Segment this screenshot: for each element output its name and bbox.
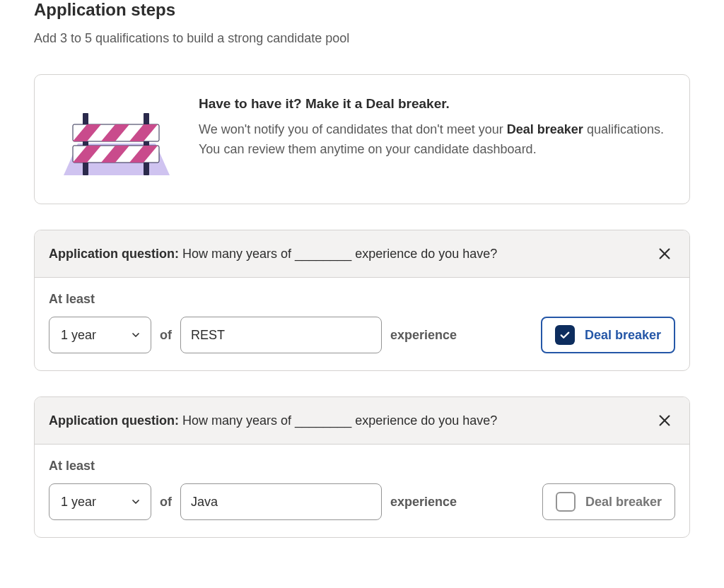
duration-select[interactable]: 1 year (49, 317, 151, 353)
question-card: Application question: How many years of … (34, 230, 690, 371)
info-heading: Have to have it? Make it a Deal breaker. (199, 96, 664, 112)
question-label-prefix: Application question: (49, 413, 179, 428)
barrier-illustration (60, 105, 173, 182)
info-body-pre: We won't notify you of candidates that d… (199, 122, 507, 136)
duration-select[interactable]: 1 year (49, 483, 151, 520)
question-card: Application question: How many years of … (34, 396, 690, 538)
page-subtitle: Add 3 to 5 qualifications to build a str… (34, 31, 690, 46)
question-label-text: How many years of ________ experience do… (179, 413, 497, 428)
checkbox-unchecked-icon (556, 492, 576, 512)
of-label: of (160, 328, 172, 343)
skill-input[interactable] (180, 317, 382, 353)
question-header: Application question: How many years of … (35, 397, 689, 445)
question-body: At least 1 year of experience Deal break… (35, 278, 689, 370)
question-title: Application question: How many years of … (49, 413, 497, 428)
checkbox-checked-icon (555, 325, 575, 345)
deal-breaker-toggle[interactable]: Deal breaker (541, 317, 675, 353)
question-header: Application question: How many years of … (35, 230, 689, 278)
page-title: Application steps (34, 0, 690, 20)
svg-rect-2 (144, 113, 149, 175)
question-label-prefix: Application question: (49, 247, 179, 261)
deal-breaker-label: Deal breaker (585, 495, 662, 510)
skill-input[interactable] (180, 483, 382, 520)
deal-breaker-toggle[interactable]: Deal breaker (542, 483, 675, 520)
remove-question-button[interactable] (654, 243, 675, 264)
info-body: We won't notify you of candidates that d… (199, 120, 664, 160)
question-label-text: How many years of ________ experience do… (179, 247, 497, 261)
svg-rect-1 (83, 113, 88, 175)
experience-label: experience (390, 495, 457, 510)
experience-label: experience (390, 328, 457, 343)
deal-breaker-info-card: Have to have it? Make it a Deal breaker.… (34, 74, 690, 204)
at-least-label: At least (49, 459, 675, 474)
at-least-label: At least (49, 292, 675, 307)
question-title: Application question: How many years of … (49, 247, 497, 261)
question-body: At least 1 year of experience Deal break… (35, 445, 689, 537)
info-body-bold: Deal breaker (507, 122, 583, 136)
remove-question-button[interactable] (654, 410, 675, 431)
of-label: of (160, 495, 172, 510)
close-icon (657, 413, 672, 428)
close-icon (657, 246, 672, 261)
deal-breaker-label: Deal breaker (585, 328, 661, 343)
